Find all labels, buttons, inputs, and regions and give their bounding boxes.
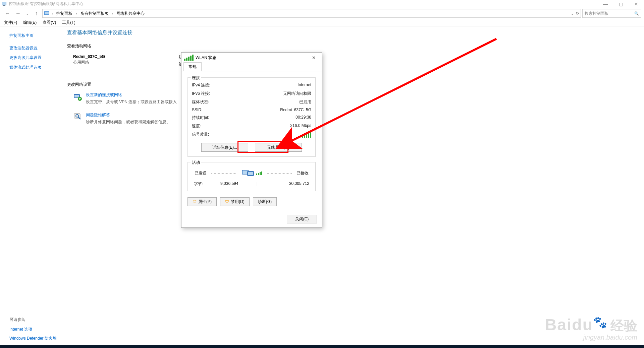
bytes-sent-value: 9,036,594 <box>203 181 256 187</box>
task-new-connection-desc: 设置宽带、拨号或 VPN 连接；或设置路由器或接入 <box>86 99 177 105</box>
address-dropdown-button[interactable]: ⌄ <box>571 11 574 16</box>
speed-value: 216.0 Mbps <box>290 123 311 129</box>
see-also-section: 另请参阅 Internet 选项 Windows Defender 防火墙 <box>9 317 57 345</box>
menu-view[interactable]: 查看(V) <box>41 19 58 26</box>
menu-edit[interactable]: 编辑(E) <box>21 19 39 26</box>
window-titlebar: 控制面板\所有控制面板项\网络和共享中心 <box>0 0 644 8</box>
menu-tools[interactable]: 工具(T) <box>60 19 77 26</box>
svg-rect-13 <box>248 172 253 175</box>
watermark-zh: 经验 <box>610 318 637 333</box>
sidebar-link-sharing[interactable]: 更改高级共享设置 <box>9 55 60 61</box>
svg-rect-4 <box>45 12 49 14</box>
see-also-heading: 另请参阅 <box>9 317 57 323</box>
task-troubleshoot[interactable]: 问题疑难解答 诊断并修复网络问题，或者获得疑难解答信息。 <box>67 112 644 125</box>
dialog-title: WLAN 状态 <box>196 55 216 61</box>
sidebar-home-link[interactable]: 控制面板主页 <box>9 33 60 39</box>
breadcrumb[interactable]: 控制面板 <box>56 11 73 16</box>
see-also-defender-firewall[interactable]: Windows Defender 防火墙 <box>9 336 57 341</box>
search-icon: 🔍 <box>634 11 639 16</box>
menubar: 文件(F) 编辑(E) 查看(V) 工具(T) <box>0 19 644 26</box>
back-button[interactable]: ← <box>3 9 12 18</box>
window-controls: — ▢ ✕ <box>598 0 644 8</box>
wifi-icon <box>184 55 194 61</box>
activity-legend: 活动 <box>191 160 201 165</box>
svg-rect-2 <box>3 5 5 6</box>
dialog-close-bottom-button[interactable]: 关闭(C) <box>287 215 317 223</box>
activity-computers-icon <box>241 167 256 179</box>
recent-locations-button[interactable]: ⌄ <box>24 9 30 18</box>
duration-label: 持续时间: <box>192 115 209 121</box>
refresh-button[interactable]: ⟳ <box>576 11 579 16</box>
properties-button[interactable]: 🛡属性(P) <box>187 197 217 206</box>
active-network-type: 公用网络 <box>73 60 105 65</box>
connection-legend: 连接 <box>191 75 201 81</box>
svg-rect-1 <box>2 2 6 5</box>
forward-button[interactable]: → <box>13 9 23 18</box>
address-bar-icon <box>44 11 49 16</box>
chevron-right-icon[interactable]: › <box>111 12 114 15</box>
dialog-titlebar[interactable]: WLAN 状态 ✕ <box>181 53 322 63</box>
ipv4-value: Internet <box>298 82 311 88</box>
troubleshoot-icon <box>73 112 83 122</box>
sidebar-link-media[interactable]: 媒体流式处理选项 <box>9 65 60 70</box>
task-troubleshoot-desc: 诊断并修复网络问题，或者获得疑难解答信息。 <box>86 119 170 125</box>
activity-group: 活动 已发送 已接收 字节: 9,036,594 <box>187 162 316 191</box>
control-panel-icon <box>1 1 7 7</box>
task-new-connection-title[interactable]: 设置新的连接或网络 <box>86 92 177 98</box>
address-bar[interactable]: › 控制面板 › 所有控制面板项 › 网络和共享中心 ⌄ ⟳ <box>42 9 581 18</box>
watermark: Baidu🐾经验 jingyan.baidu.com <box>545 316 637 341</box>
minimize-button[interactable]: — <box>598 0 613 8</box>
breadcrumb[interactable]: 网络和共享中心 <box>116 11 145 16</box>
maximize-button[interactable]: ▢ <box>613 0 629 8</box>
dialog-close-button[interactable]: ✕ <box>309 54 319 62</box>
task-troubleshoot-title[interactable]: 问题疑难解答 <box>86 112 170 118</box>
ipv6-label: IPv6 连接: <box>192 91 210 96</box>
received-label: 已接收 <box>297 170 309 176</box>
signal-bars-icon <box>302 132 311 138</box>
paw-icon: 🐾 <box>593 316 607 329</box>
breadcrumb[interactable]: 所有控制面板项 <box>80 11 109 16</box>
activity-dashes-left <box>211 173 236 173</box>
diagnose-button[interactable]: 诊断(G) <box>253 197 277 206</box>
watermark-brand: Baidu <box>545 316 593 334</box>
shield-icon: 🛡 <box>225 199 229 204</box>
shield-icon: 🛡 <box>193 199 197 204</box>
sent-label: 已发送 <box>195 170 207 176</box>
active-network-name: Redmi_637C_5G <box>73 54 105 59</box>
ipv4-label: IPv4 连接: <box>192 82 210 88</box>
wireless-properties-button[interactable]: 无线属性(W) <box>255 143 302 152</box>
search-input[interactable]: 搜索控制面板 🔍 <box>582 9 641 18</box>
ipv6-value: 无网络访问权限 <box>283 91 311 96</box>
disable-button[interactable]: 🛡禁用(D) <box>220 197 250 206</box>
activity-dashes-right <box>267 173 292 173</box>
dialog-tab-strip: 常规 <box>181 63 322 71</box>
change-settings-heading: 更改网络设置 <box>67 82 644 87</box>
sidebar-link-adapters[interactable]: 更改适配器设置 <box>9 45 60 51</box>
activity-signal-icon <box>256 171 262 175</box>
duration-value: 00:29:38 <box>296 115 311 121</box>
details-button[interactable]: 详细信息(E)... <box>201 143 248 152</box>
close-window-button[interactable]: ✕ <box>629 0 644 8</box>
window-title: 控制面板\所有控制面板项\网络和共享中心 <box>9 1 84 7</box>
chevron-right-icon[interactable]: › <box>74 12 78 15</box>
page-title: 查看基本网络信息并设置连接 <box>67 29 644 36</box>
task-new-connection[interactable]: 设置新的连接或网络 设置宽带、拨号或 VPN 连接；或设置路由器或接入 <box>67 92 644 105</box>
tab-general[interactable]: 常规 <box>183 62 202 71</box>
media-state-label: 媒体状态: <box>192 99 209 105</box>
bytes-received-value: 30,005,712 <box>257 181 309 187</box>
speed-label: 速度: <box>192 123 201 129</box>
wlan-status-dialog: WLAN 状态 ✕ 常规 连接 IPv4 连接:Internet IPv6 连接… <box>181 52 322 228</box>
active-networks-heading: 查看活动网络 <box>67 43 644 49</box>
ssid-label: SSID: <box>192 108 202 112</box>
bytes-label: 字节: <box>194 181 203 187</box>
chevron-right-icon[interactable]: › <box>51 12 54 15</box>
left-sidebar: 控制面板主页 更改适配器设置 更改高级共享设置 媒体流式处理选项 <box>0 27 67 348</box>
media-state-value: 已启用 <box>299 99 311 105</box>
signal-quality-label: 信号质量: <box>192 132 209 138</box>
svg-rect-11 <box>243 170 248 174</box>
up-button[interactable]: ↑ <box>32 9 41 18</box>
see-also-internet-options[interactable]: Internet 选项 <box>9 327 57 332</box>
taskbar-sliver <box>0 345 644 348</box>
menu-file[interactable]: 文件(F) <box>2 19 19 26</box>
new-connection-icon <box>73 92 83 101</box>
